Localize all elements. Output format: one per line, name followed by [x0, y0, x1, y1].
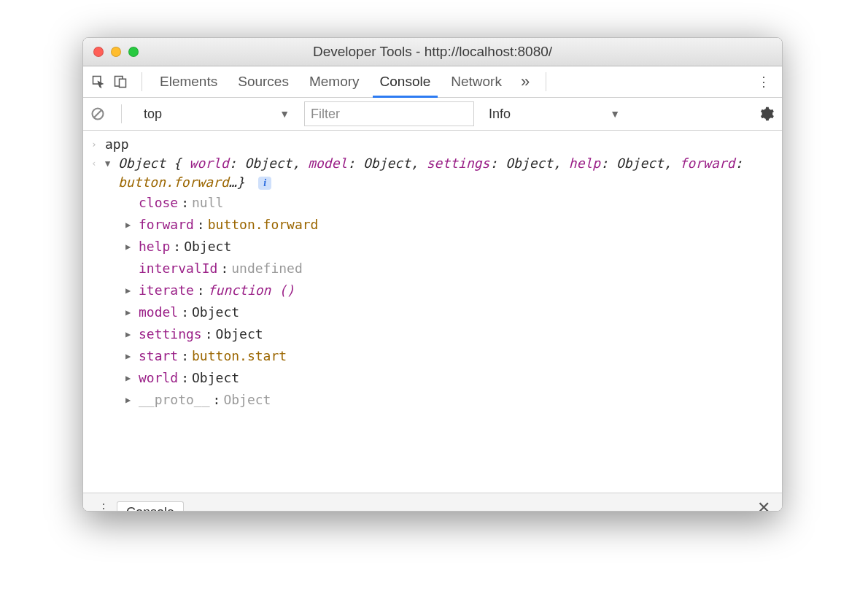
tab-label: Console [380, 74, 431, 89]
expand-toggle-icon[interactable]: ▶ [125, 236, 136, 258]
expand-toggle-icon[interactable]: ▶ [125, 214, 136, 236]
console-settings-icon[interactable] [759, 106, 775, 122]
property-value: Object [192, 367, 239, 389]
device-toggle-icon[interactable] [112, 74, 128, 90]
object-properties: close: null▶forward: button.forward▶help… [105, 192, 773, 411]
select-value: Info [489, 107, 511, 122]
console-toolbar: top ▼ Info ▼ [83, 98, 782, 131]
drawer: ⋮ Console ✕ [83, 493, 782, 512]
console-output: › app ‹ ▼ Object { world: Object, model:… [83, 131, 782, 493]
drawer-tab-label: Console [126, 505, 174, 512]
expand-toggle-icon[interactable]: ▶ [125, 389, 136, 411]
inspect-icon[interactable] [90, 74, 106, 90]
result-icon: ‹ [91, 154, 97, 173]
tab-label: Network [451, 74, 502, 89]
drawer-close-icon[interactable]: ✕ [757, 498, 775, 512]
expand-toggle-icon[interactable]: ▼ [105, 154, 118, 173]
info-badge-icon[interactable]: i [258, 177, 271, 190]
tab-label: Elements [160, 74, 217, 89]
property-name: __proto__ [139, 389, 210, 411]
property-name: model [139, 301, 178, 323]
separator [142, 72, 142, 91]
execution-context-select[interactable]: top ▼ [138, 103, 295, 125]
window-title: Developer Tools - http://localhost:8080/ [83, 44, 782, 60]
expand-toggle-icon[interactable]: ▶ [125, 301, 136, 323]
property-value: Object [192, 301, 239, 323]
tab-label: Memory [309, 74, 360, 89]
property-name: start [139, 345, 178, 367]
object-property[interactable]: intervalId: undefined [125, 258, 773, 279]
property-name: intervalId [139, 258, 217, 279]
property-name: iterate [139, 279, 194, 301]
clear-console-icon[interactable] [90, 107, 105, 121]
property-name: help [139, 236, 170, 258]
tab-memory[interactable]: Memory [299, 66, 370, 97]
separator [546, 72, 546, 91]
log-level-select[interactable]: Info ▼ [483, 103, 626, 125]
object-property[interactable]: ▶__proto__: Object [125, 389, 773, 411]
expand-toggle-icon[interactable]: ▶ [125, 323, 136, 345]
chevron-down-icon: ▼ [610, 108, 620, 120]
object-property[interactable]: ▶start: button.start [125, 345, 773, 367]
prompt-icon: › [91, 135, 97, 154]
property-name: forward [139, 214, 194, 236]
property-value: Object [216, 323, 263, 345]
object-property[interactable]: ▶help: Object [125, 236, 773, 258]
property-value: undefined [231, 258, 303, 279]
object-property[interactable]: ▶forward: button.forward [125, 214, 773, 236]
property-name: close [139, 192, 178, 214]
property-value: function () [208, 279, 295, 301]
property-name: settings [139, 323, 202, 345]
tab-network[interactable]: Network [441, 66, 512, 97]
object-property[interactable]: ▶world: Object [125, 367, 773, 389]
object-property[interactable]: ▶iterate: function () [125, 279, 773, 301]
tab-console[interactable]: Console [370, 66, 441, 97]
chevron-down-icon: ▼ [279, 108, 290, 120]
expand-toggle-icon[interactable]: ▶ [125, 367, 136, 389]
object-summary[interactable]: Object { world: Object, model: Object, s… [118, 154, 773, 192]
object-property[interactable]: ▶model: Object [125, 301, 773, 323]
console-entry-input: › app [83, 135, 782, 154]
tab-label: Sources [238, 74, 289, 89]
object-property[interactable]: ▶settings: Object [125, 323, 773, 345]
select-value: top [144, 107, 162, 122]
settings-menu-icon[interactable]: ⋮ [745, 74, 782, 90]
property-value: button.start [192, 345, 287, 367]
svg-rect-2 [120, 79, 126, 87]
titlebar: Developer Tools - http://localhost:8080/ [83, 38, 782, 66]
more-tabs-icon[interactable]: » [512, 72, 538, 91]
property-value: button.forward [208, 214, 319, 236]
console-entry-result: ‹ ▼ Object { world: Object, model: Objec… [83, 154, 782, 411]
expand-toggle-icon[interactable]: ▶ [125, 345, 136, 367]
property-value: Object [223, 389, 271, 411]
property-name: world [139, 367, 178, 389]
drawer-tab-console[interactable]: Console [117, 501, 184, 512]
panel-tabstrip: Elements Sources Memory Console Network … [83, 66, 782, 98]
devtools-window: Developer Tools - http://localhost:8080/… [82, 37, 783, 512]
property-value: Object [184, 236, 231, 258]
input-expression: app [105, 136, 129, 152]
filter-input[interactable] [304, 101, 474, 126]
separator [121, 104, 122, 123]
object-property[interactable]: close: null [125, 192, 773, 214]
tab-sources[interactable]: Sources [228, 66, 299, 97]
drawer-menu-icon[interactable]: ⋮ [90, 501, 117, 512]
svg-line-4 [94, 110, 101, 117]
property-value: null [192, 192, 223, 214]
tab-elements[interactable]: Elements [150, 66, 228, 97]
expand-toggle-icon[interactable]: ▶ [125, 279, 136, 301]
